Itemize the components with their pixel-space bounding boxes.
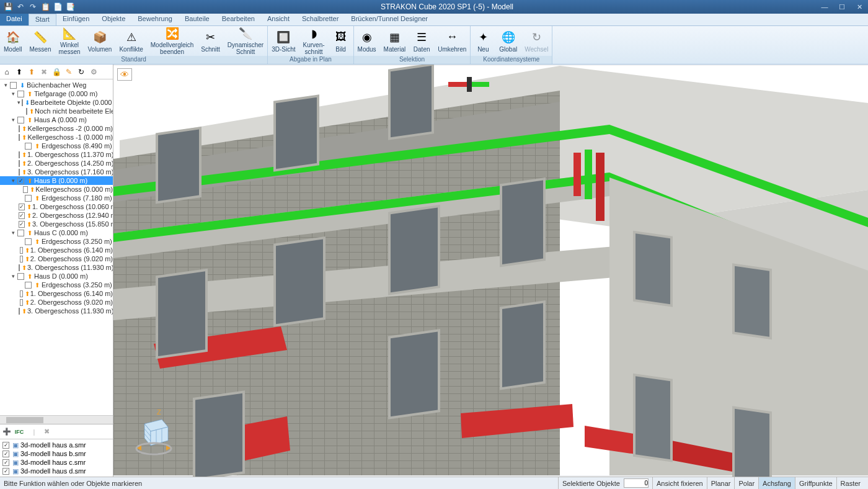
- status-griffpunkte[interactable]: Griffpunkte: [795, 477, 836, 489]
- tree-node[interactable]: ⬆Erdgeschoss (7.180 m): [0, 194, 113, 202]
- tree-checkbox[interactable]: [19, 204, 25, 210]
- tree-node[interactable]: ▾⬆Haus D (0.000 m): [0, 272, 113, 280]
- tree-tool-delete-icon[interactable]: ✖: [39, 67, 49, 77]
- tree-checkbox[interactable]: [25, 282, 32, 289]
- twisty-icon[interactable]: ▾: [10, 117, 16, 123]
- status-polar[interactable]: Polar: [734, 477, 758, 489]
- tab-bewehrung[interactable]: Bewehrung: [131, 14, 179, 25]
- maximize-button[interactable]: ☐: [833, 0, 851, 14]
- view-widget-icon[interactable]: 👁: [117, 68, 132, 81]
- twisty-icon[interactable]: ▾: [10, 273, 16, 279]
- status-raster[interactable]: Raster: [836, 477, 864, 489]
- modell-button[interactable]: 🏠Modell: [0, 26, 25, 56]
- neu-button[interactable]: ✦Neu: [471, 26, 495, 56]
- status-planar[interactable]: Planar: [707, 477, 735, 489]
- tree-checkbox[interactable]: [10, 82, 17, 89]
- tree-checkbox[interactable]: [25, 195, 32, 202]
- qat-undo-icon[interactable]: ↶: [15, 1, 26, 12]
- file-checkbox[interactable]: [2, 442, 9, 449]
- file-checkbox[interactable]: [2, 459, 9, 466]
- tree-node[interactable]: ⬆Kellergeschoss (0.000 m): [0, 185, 113, 194]
- tree-node[interactable]: ⬆2. Obergeschoss (9.020 m): [0, 298, 113, 307]
- tree-checkbox[interactable]: [19, 125, 20, 132]
- tree-node[interactable]: ▾⬆Haus B (0.000 m): [0, 176, 113, 185]
- twisty-icon[interactable]: ▾: [10, 91, 16, 97]
- tree-node[interactable]: ⬆Erdgeschoss (3.250 m): [0, 280, 113, 289]
- tree-checkbox[interactable]: [20, 247, 22, 254]
- tree-node[interactable]: ⬆1. Obergeschoss (6.140 m): [0, 289, 113, 298]
- umkehren-button[interactable]: ↔Umkehren: [434, 26, 470, 56]
- tree-tool-house-icon[interactable]: ⬆: [27, 67, 37, 77]
- tree-checkbox[interactable]: [19, 134, 20, 141]
- tree-node[interactable]: ⬆Erdgeschoss (3.250 m): [0, 237, 113, 246]
- tree-node[interactable]: ▾⬆Haus C (0.000 m): [0, 228, 113, 237]
- tab-einfügen[interactable]: Einfügen: [56, 14, 95, 25]
- messen-button[interactable]: 📏Messen: [25, 26, 55, 56]
- tab-ansicht[interactable]: Ansicht: [261, 14, 296, 25]
- tree-checkbox[interactable]: [20, 299, 22, 306]
- tree-tool-edit-icon[interactable]: ✎: [64, 67, 74, 77]
- tree-node[interactable]: ⬆2. Obergeschoss (9.020 m): [0, 254, 113, 263]
- tree-checkbox[interactable]: [17, 273, 24, 280]
- twisty-icon[interactable]: ▾: [17, 99, 20, 105]
- tree-checkbox[interactable]: [20, 256, 22, 262]
- tree-checkbox[interactable]: [26, 108, 27, 115]
- 3d-viewport[interactable]: 👁: [113, 65, 868, 477]
- file-add-icon[interactable]: ➕: [2, 427, 12, 437]
- tree-checkbox[interactable]: [17, 91, 24, 97]
- status-achsfang[interactable]: Achsfang: [758, 477, 795, 489]
- konflikte-button[interactable]: ⚠Konflikte: [115, 26, 146, 56]
- status-ansicht-fixieren[interactable]: Ansicht fixieren: [652, 477, 707, 489]
- tree-node[interactable]: ⬆Erdgeschoss (8.490 m): [0, 141, 113, 150]
- dynschnitt-button[interactable]: 🔪DynamischerSchnitt: [224, 26, 267, 56]
- tree-node[interactable]: ⬆3. Obergeschoss (17.160 m): [0, 168, 113, 176]
- file-item[interactable]: ▣3d-modell haus c.smr: [1, 458, 112, 467]
- tree-checkbox[interactable]: [19, 151, 20, 158]
- tree-node[interactable]: ▾⬆Haus A (0.000 m): [0, 115, 113, 124]
- tree-tool-up-icon[interactable]: ⬆: [14, 67, 24, 77]
- tree-checkbox[interactable]: [19, 160, 20, 167]
- close-button[interactable]: ✕: [851, 0, 868, 14]
- volumen-button[interactable]: 📦Volumen: [84, 26, 116, 56]
- qat-paste-icon[interactable]: 📄: [52, 1, 63, 12]
- tree-checkbox[interactable]: [17, 230, 24, 236]
- status-sel-count[interactable]: [624, 478, 649, 488]
- tree-tool-home-icon[interactable]: ⌂: [2, 67, 12, 77]
- tree-node[interactable]: ⬆3. Obergeschoss (11.930 m): [0, 307, 113, 315]
- tab-schalbretter[interactable]: Schalbretter: [296, 14, 345, 25]
- tab-bauteile[interactable]: Bauteile: [179, 14, 216, 25]
- tree-node[interactable]: ⬆3. Obergeschoss (11.930 m): [0, 263, 113, 272]
- tree-checkbox[interactable]: [20, 290, 22, 297]
- qat-redo-icon[interactable]: ↷: [27, 1, 38, 12]
- tree-checkbox[interactable]: [23, 186, 28, 193]
- tab-objekte[interactable]: Objekte: [95, 14, 131, 25]
- tree-node[interactable]: ⬆Kellergeschoss -2 (0.000 m): [0, 124, 113, 133]
- tree-checkbox[interactable]: [17, 117, 24, 123]
- qat-save-icon[interactable]: 💾: [2, 1, 14, 12]
- material-button[interactable]: ▦Material: [380, 26, 410, 56]
- twisty-icon[interactable]: ▾: [2, 82, 9, 88]
- file-item[interactable]: ▣3d-modell haus b.smr: [1, 449, 112, 458]
- daten-button[interactable]: ☰Daten: [409, 26, 434, 56]
- bild-button[interactable]: 🖼Bild: [329, 26, 353, 56]
- tree-tool-gear-icon[interactable]: ⚙: [89, 67, 99, 77]
- tree-node[interactable]: ⬆2. Obergeschoss (14.250 m): [0, 159, 113, 168]
- tree-node[interactable]: ▾⬇Bearbeitete Objekte (0.000 m): [0, 98, 113, 107]
- tree-checkbox[interactable]: [17, 177, 24, 184]
- tree-node[interactable]: ⬆1. Obergeschoss (10.060 m): [0, 202, 113, 211]
- tab-datei[interactable]: Datei: [0, 14, 29, 25]
- tab-start[interactable]: Start: [29, 14, 56, 25]
- tree-checkbox[interactable]: [25, 238, 32, 245]
- file-ifc-icon[interactable]: IFC: [14, 427, 24, 437]
- file-checkbox[interactable]: [2, 468, 9, 475]
- modus-button[interactable]: ◉Modus: [354, 26, 380, 56]
- tree-node[interactable]: ▾⬆Tiefgarage (0.000 m): [0, 89, 113, 98]
- kurven-button[interactable]: ◗Kurven-schnitt: [299, 26, 329, 56]
- tree-tool-lock-icon[interactable]: 🔒: [51, 67, 61, 77]
- tree-node[interactable]: ⬆1. Obergeschoss (6.140 m): [0, 246, 113, 254]
- tree-node[interactable]: ⬆Noch nicht bearbeitete Elem: [0, 107, 113, 115]
- structure-tree[interactable]: ▾⬇Büchenbacher Weg▾⬆Tiefgarage (0.000 m)…: [0, 79, 113, 415]
- tree-tool-refresh-icon[interactable]: ↻: [76, 67, 86, 77]
- modellvergleich-button[interactable]: 🔀Modellvergleichbeenden: [147, 26, 197, 56]
- tree-checkbox[interactable]: [19, 169, 20, 176]
